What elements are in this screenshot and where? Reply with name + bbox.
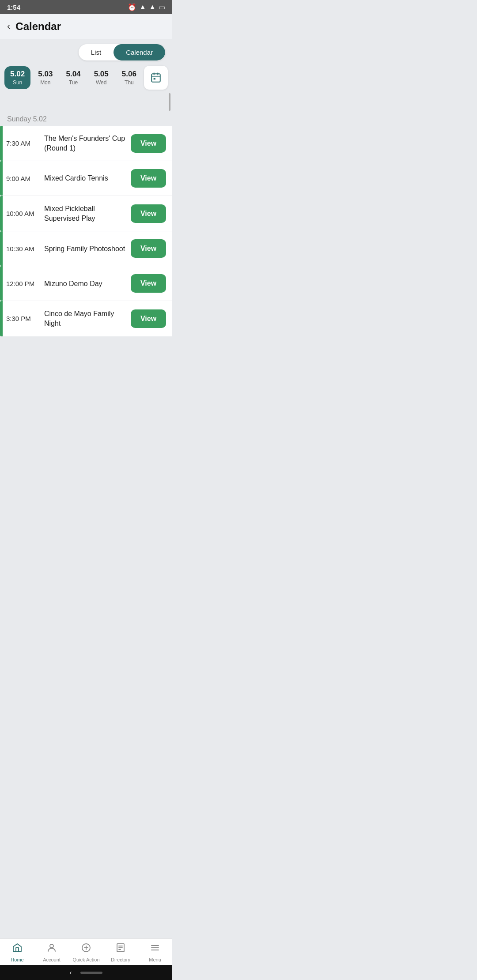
table-row: 12:00 PM Mizuno Demo Day View bbox=[0, 266, 172, 301]
table-row: 3:30 PM Cinco de Mayo Family Night View bbox=[0, 301, 172, 336]
event-time: 12:00 PM bbox=[0, 280, 44, 287]
day-503-number: 5.03 bbox=[38, 70, 53, 79]
day-504-number: 5.04 bbox=[66, 70, 80, 79]
scroll-indicator bbox=[169, 93, 170, 111]
day-item-502[interactable]: 5.02 Sun bbox=[4, 66, 30, 89]
svg-rect-0 bbox=[151, 74, 160, 82]
day-item-503[interactable]: 5.03 Mon bbox=[32, 66, 58, 89]
view-toggle-container: List Calendar bbox=[0, 39, 172, 60]
day-505-number: 5.05 bbox=[94, 70, 109, 79]
page-title: Calendar bbox=[15, 20, 61, 33]
table-row: 10:00 AM Mixed Pickleball Supervised Pla… bbox=[0, 196, 172, 231]
alarm-icon: ⏰ bbox=[128, 3, 136, 11]
view-button-evt2[interactable]: View bbox=[131, 169, 166, 188]
view-toggle-group: List Calendar bbox=[79, 44, 165, 60]
view-button-evt6[interactable]: View bbox=[131, 309, 166, 328]
event-stripe bbox=[0, 301, 3, 336]
event-title: Mixed Cardio Tennis bbox=[44, 173, 131, 183]
view-button-evt3[interactable]: View bbox=[131, 204, 166, 223]
event-stripe bbox=[0, 126, 3, 161]
event-stripe bbox=[0, 231, 3, 266]
day-502-name: Sun bbox=[13, 79, 22, 86]
signal-icon: ▲ bbox=[149, 3, 156, 11]
event-title: Mizuno Demo Day bbox=[44, 279, 131, 289]
battery-icon: ▭ bbox=[159, 3, 165, 11]
status-bar: 1:54 ⏰ ▲ ▲ ▭ bbox=[0, 0, 172, 14]
day-item-506[interactable]: 5.06 Thu bbox=[116, 66, 142, 89]
day-504-name: Tue bbox=[69, 79, 78, 86]
event-title: The Men's Founders' Cup (Round 1) bbox=[44, 134, 131, 153]
table-row: 9:00 AM Mixed Cardio Tennis View bbox=[0, 161, 172, 196]
event-title: Mixed Pickleball Supervised Play bbox=[44, 204, 131, 223]
header: ‹ Calendar bbox=[0, 14, 172, 39]
svg-rect-4 bbox=[154, 78, 155, 79]
event-title: Cinco de Mayo Family Night bbox=[44, 309, 131, 328]
day-502-number: 5.02 bbox=[10, 70, 25, 79]
status-icons: ⏰ ▲ ▲ ▭ bbox=[128, 3, 165, 11]
event-stripe bbox=[0, 266, 3, 301]
view-button-evt1[interactable]: View bbox=[131, 134, 166, 153]
day-505-name: Wed bbox=[96, 79, 106, 86]
event-stripe bbox=[0, 161, 3, 196]
status-time: 1:54 bbox=[7, 4, 20, 11]
wifi-icon: ▲ bbox=[139, 3, 146, 11]
day-picker: 5.02 Sun 5.03 Mon 5.04 Tue 5.05 Wed 5.06… bbox=[0, 60, 172, 93]
event-time: 7:30 AM bbox=[0, 139, 44, 147]
back-button[interactable]: ‹ bbox=[7, 21, 10, 32]
list-toggle-button[interactable]: List bbox=[79, 44, 114, 60]
section-header: Sunday 5.02 bbox=[0, 111, 172, 126]
event-time: 10:00 AM bbox=[0, 210, 44, 217]
calendar-picker-button[interactable] bbox=[144, 66, 168, 90]
event-stripe bbox=[0, 196, 3, 231]
day-item-504[interactable]: 5.04 Tue bbox=[60, 66, 86, 89]
day-506-number: 5.06 bbox=[122, 70, 136, 79]
view-button-evt4[interactable]: View bbox=[131, 239, 166, 258]
event-time: 3:30 PM bbox=[0, 315, 44, 322]
event-time: 10:30 AM bbox=[0, 245, 44, 253]
calendar-icon bbox=[150, 72, 162, 83]
day-item-505[interactable]: 5.05 Wed bbox=[88, 66, 114, 89]
event-title: Spring Family Photoshoot bbox=[44, 244, 131, 254]
table-row: 10:30 AM Spring Family Photoshoot View bbox=[0, 231, 172, 266]
events-list: 7:30 AM The Men's Founders' Cup (Round 1… bbox=[0, 126, 172, 337]
scroll-strip bbox=[0, 93, 172, 111]
view-button-evt5[interactable]: View bbox=[131, 274, 166, 293]
event-time: 9:00 AM bbox=[0, 175, 44, 182]
table-row: 7:30 AM The Men's Founders' Cup (Round 1… bbox=[0, 126, 172, 161]
day-506-name: Thu bbox=[125, 79, 134, 86]
day-503-name: Mon bbox=[40, 79, 50, 86]
calendar-toggle-button[interactable]: Calendar bbox=[114, 44, 165, 60]
